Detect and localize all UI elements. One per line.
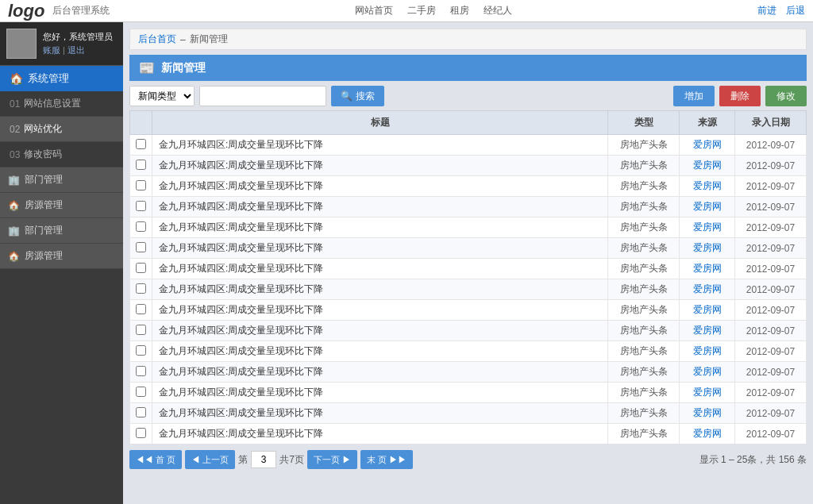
row-title: 金九月环城四区:周成交量呈现环比下降	[152, 403, 608, 424]
edit-button[interactable]: 修改	[765, 86, 807, 106]
row-date: 2012-09-07	[735, 341, 807, 362]
news-icon: 📰	[139, 60, 155, 75]
header-prev[interactable]: 前进	[757, 4, 776, 17]
breadcrumb-current: 新闻管理	[190, 33, 228, 46]
row-title: 金九月环城四区:周成交量呈现环比下降	[152, 135, 608, 156]
row-date: 2012-09-07	[735, 259, 807, 279]
row-check[interactable]	[130, 279, 152, 300]
page-input[interactable]	[251, 451, 276, 468]
row-date: 2012-09-07	[735, 197, 807, 217]
row-source: 爱房网	[680, 279, 735, 300]
table-row[interactable]: 金九月环城四区:周成交量呈现环比下降 房地产头条 爱房网 2012-09-07	[130, 403, 807, 424]
sidebar-item-01[interactable]: 01 网站信息设置	[0, 91, 123, 117]
sidebar-group-house1[interactable]: 🏠 房源管理	[0, 193, 123, 218]
sidebar-profile-link[interactable]: 账服	[43, 45, 60, 55]
row-title: 金九月环城四区:周成交量呈现环比下降	[152, 197, 608, 217]
nav-home[interactable]: 网站首页	[355, 4, 393, 17]
row-check[interactable]	[130, 424, 152, 444]
row-date: 2012-09-07	[735, 176, 807, 197]
row-source: 爱房网	[680, 217, 735, 238]
col-check	[130, 111, 152, 135]
last-page-button[interactable]: 末 页 ▶▶	[360, 450, 413, 469]
table-row[interactable]: 金九月环城四区:周成交量呈现环比下降 房地产头条 爱房网 2012-09-07	[130, 135, 807, 156]
search-icon: 🔍	[341, 90, 353, 102]
nav-secondhand[interactable]: 二手房	[407, 4, 436, 17]
first-page-button[interactable]: ◀◀ 首 页	[129, 450, 182, 469]
table-row[interactable]: 金九月环城四区:周成交量呈现环比下降 房地产头条 爱房网 2012-09-07	[130, 197, 807, 217]
table-row[interactable]: 金九月环城四区:周成交量呈现环比下降 房地产头条 爱房网 2012-09-07	[130, 300, 807, 321]
row-check[interactable]	[130, 156, 152, 176]
row-source: 爱房网	[680, 321, 735, 341]
table-row[interactable]: 金九月环城四区:周成交量呈现环比下降 房地产头条 爱房网 2012-09-07	[130, 321, 807, 341]
row-check[interactable]	[130, 300, 152, 321]
row-check[interactable]	[130, 362, 152, 383]
sidebar-group-label-dept2: 部门管理	[25, 224, 63, 237]
building-icon2: 🏢	[8, 225, 20, 237]
row-title: 金九月环城四区:周成交量呈现环比下降	[152, 321, 608, 341]
sidebar-username: 您好，系统管理员	[43, 31, 113, 43]
table-row[interactable]: 金九月环城四区:周成交量呈现环比下降 房地产头条 爱房网 2012-09-07	[130, 217, 807, 238]
house-icon: 🏠	[10, 72, 23, 85]
row-check[interactable]	[130, 403, 152, 424]
filter-select[interactable]: 新闻类型	[129, 86, 195, 106]
sidebar-group-dept1[interactable]: 🏢 部门管理	[0, 167, 123, 193]
row-check[interactable]	[130, 135, 152, 156]
table-row[interactable]: 金九月环城四区:周成交量呈现环比下降 房地产头条 爱房网 2012-09-07	[130, 279, 807, 300]
row-check[interactable]	[130, 217, 152, 238]
row-source: 爱房网	[680, 403, 735, 424]
breadcrumb: 后台首页 – 新闻管理	[129, 29, 807, 50]
row-type: 房地产头条	[608, 197, 680, 217]
delete-button[interactable]: 删除	[719, 86, 761, 106]
row-check[interactable]	[130, 259, 152, 279]
col-title: 标题	[152, 111, 608, 135]
table-row[interactable]: 金九月环城四区:周成交量呈现环比下降 房地产头条 爱房网 2012-09-07	[130, 424, 807, 444]
row-check[interactable]	[130, 321, 152, 341]
row-type: 房地产头条	[608, 156, 680, 176]
row-check[interactable]	[130, 238, 152, 259]
row-type: 房地产头条	[608, 238, 680, 259]
row-check[interactable]	[130, 176, 152, 197]
row-source: 爱房网	[680, 362, 735, 383]
row-check[interactable]	[130, 197, 152, 217]
breadcrumb-home[interactable]: 后台首页	[138, 33, 176, 46]
table-row[interactable]: 金九月环城四区:周成交量呈现环比下降 房地产头条 爱房网 2012-09-07	[130, 362, 807, 383]
row-source: 爱房网	[680, 176, 735, 197]
sidebar-group-dept2[interactable]: 🏢 部门管理	[0, 218, 123, 244]
row-type: 房地产头条	[608, 300, 680, 321]
nav-agent[interactable]: 经纪人	[484, 4, 512, 17]
sidebar-group-label-house2: 房源管理	[25, 249, 63, 263]
row-date: 2012-09-07	[735, 424, 807, 444]
total-pages-label: 共7页	[279, 453, 304, 467]
sidebar-group-house2[interactable]: 🏠 房源管理	[0, 244, 123, 269]
row-check[interactable]	[130, 341, 152, 362]
row-type: 房地产头条	[608, 259, 680, 279]
nav-rental[interactable]: 租房	[450, 4, 469, 17]
row-type: 房地产头条	[608, 321, 680, 341]
row-type: 房地产头条	[608, 217, 680, 238]
page-title: 新闻管理	[161, 61, 206, 75]
table-row[interactable]: 金九月环城四区:周成交量呈现环比下降 房地产头条 爱房网 2012-09-07	[130, 341, 807, 362]
page-title-bar: 📰 新闻管理	[129, 55, 807, 81]
search-input[interactable]	[199, 86, 326, 106]
sidebar-logout-link[interactable]: 退出	[67, 45, 85, 55]
add-button[interactable]: 增加	[673, 86, 715, 106]
table-row[interactable]: 金九月环城四区:周成交量呈现环比下降 房地产头条 爱房网 2012-09-07	[130, 176, 807, 197]
display-info: 显示 1 – 25条，共 156 条	[699, 453, 807, 467]
sidebar-item-02[interactable]: 02 网站优化	[0, 117, 123, 142]
row-date: 2012-09-07	[735, 156, 807, 176]
sidebar-section-system[interactable]: 🏠 系统管理	[0, 66, 123, 91]
prev-page-button[interactable]: ◀ 上一页	[185, 450, 235, 469]
row-title: 金九月环城四区:周成交量呈现环比下降	[152, 424, 608, 444]
table-row[interactable]: 金九月环城四区:周成交量呈现环比下降 房地产头条 爱房网 2012-09-07	[130, 238, 807, 259]
table-row[interactable]: 金九月环城四区:周成交量呈现环比下降 房地产头条 爱房网 2012-09-07	[130, 383, 807, 403]
pagination-bar: ◀◀ 首 页 ◀ 上一页 第 共7页 下一页 ▶ 末 页 ▶▶ 显示 1 – 2…	[129, 448, 807, 471]
row-check[interactable]	[130, 383, 152, 403]
col-source: 来源	[680, 111, 735, 135]
header-next[interactable]: 后退	[786, 4, 805, 17]
row-date: 2012-09-07	[735, 300, 807, 321]
table-row[interactable]: 金九月环城四区:周成交量呈现环比下降 房地产头条 爱房网 2012-09-07	[130, 156, 807, 176]
sidebar-item-03[interactable]: 03 修改密码	[0, 142, 123, 167]
table-row[interactable]: 金九月环城四区:周成交量呈现环比下降 房地产头条 爱房网 2012-09-07	[130, 259, 807, 279]
next-page-button[interactable]: 下一页 ▶	[307, 450, 357, 469]
search-button[interactable]: 🔍 搜索	[331, 86, 384, 106]
